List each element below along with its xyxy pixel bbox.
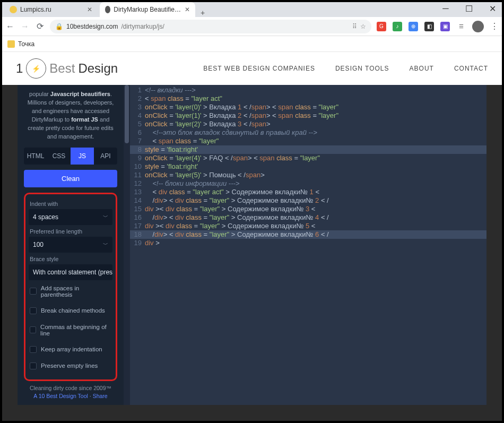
code-line[interactable]: 2< span class = "layer act" <box>130 94 486 103</box>
ext-icon[interactable]: ♪ <box>393 22 402 31</box>
code-line[interactable]: 3onClick = 'layer(0)' > Вкладка 1 < /spa… <box>130 103 486 111</box>
ext-icon[interactable]: ◧ <box>424 22 434 31</box>
editor-scrollbar[interactable] <box>124 85 130 405</box>
app-body: popular Javascript beautifiers. Millions… <box>18 85 486 405</box>
lock-icon: 🔒 <box>55 23 63 30</box>
close-icon[interactable]: ✕ <box>87 6 94 13</box>
tab-js[interactable]: JS <box>71 148 94 165</box>
scrollbar-thumb[interactable] <box>125 85 129 143</box>
length-select[interactable]: 100﹀ <box>29 237 112 253</box>
minimize-icon[interactable]: ─ <box>434 0 457 17</box>
tab-css[interactable]: CSS <box>47 148 71 165</box>
profile-avatar[interactable] <box>472 21 484 32</box>
line-number: 1 <box>130 86 145 94</box>
code-line[interactable]: 13 < div class = "layer act" > Содержимо… <box>130 188 486 196</box>
code-line[interactable]: 15div >< div class = "layer" > Содержимо… <box>130 205 486 213</box>
code-line[interactable]: 18 /div> < div class = "layer" > Содержи… <box>130 230 486 239</box>
code-line[interactable]: 9onClick = 'layer(4)' > FAQ < /span> < s… <box>130 154 486 162</box>
code-line[interactable]: 7 < span class = "layer" <box>130 137 486 145</box>
line-code: div > <box>145 239 160 247</box>
line-number: 9 <box>130 154 145 162</box>
logo-text-a: Best <box>49 61 75 76</box>
browser-tab-1[interactable]: DirtyMarkup Beautifier - Javascri ✕ <box>100 2 195 17</box>
option-checkbox-row[interactable]: Preserve empty lines <box>29 358 112 374</box>
bookmarks-bar: Точка <box>0 36 504 52</box>
close-window-icon[interactable]: ✕ <box>481 0 504 17</box>
option-checkbox-row[interactable]: Keep array indentation <box>29 341 112 358</box>
option-checkbox-row[interactable]: Break chained methods <box>29 303 112 319</box>
tab-api[interactable]: API <box>94 148 117 165</box>
options-panel: Indent with 4 spaces﹀ Preferred line len… <box>24 193 117 381</box>
line-number: 15 <box>130 205 145 213</box>
chevron-down-icon: ﹀ <box>103 241 108 248</box>
length-label: Preferred line length <box>30 228 112 235</box>
nav-link[interactable]: BEST WEB DESIGN COMPANIES <box>203 65 315 72</box>
close-icon[interactable]: ✕ <box>185 6 190 13</box>
ext-icon[interactable]: ⊕ <box>409 22 418 31</box>
nav-link[interactable]: DESIGN TOOLS <box>335 65 389 72</box>
line-number: 10 <box>130 162 145 171</box>
forward-icon[interactable]: → <box>20 22 30 31</box>
checkbox-icon[interactable] <box>30 362 37 369</box>
brace-select[interactable]: With control statement (preserv <box>29 264 112 280</box>
reload-icon[interactable]: ⟳ <box>35 21 45 31</box>
nav-link[interactable]: ABOUT <box>410 65 434 72</box>
site-logo[interactable]: 1 ⚡ BestDesign <box>16 58 118 79</box>
code-line[interactable]: 4onClick = 'layer(1)' > Вкладка 2 < /spa… <box>130 111 486 120</box>
line-number: 8 <box>130 145 145 154</box>
address-bar: ← → ⟳ 🔒 10bestdesign.com/dirtymarkup/js/… <box>0 17 504 36</box>
code-line[interactable]: 10style = 'float:right' <box>130 162 486 171</box>
clean-button[interactable]: Clean <box>24 170 117 187</box>
line-code: < div class = "layer act" > Содержимое в… <box>145 188 319 196</box>
checkbox-label: Break chained methods <box>41 307 105 314</box>
line-number: 16 <box>130 213 145 222</box>
nav-link[interactable]: CONTACT <box>454 65 488 72</box>
browser-tab-0[interactable]: Lumpics.ru ✕ <box>4 2 100 17</box>
line-number: 6 <box>130 128 145 137</box>
indent-label: Indent with <box>30 201 112 207</box>
line-number: 12 <box>130 179 145 188</box>
checkbox-label: Keep array indentation <box>41 346 102 352</box>
footer-link[interactable]: A 10 Best Design Tool <box>33 393 88 399</box>
format-tabs: HTML CSS JS API <box>24 148 117 165</box>
code-editor[interactable]: 1<!-- вкладки --->2< span class = "layer… <box>130 85 486 405</box>
translate-icon[interactable]: ⠿ <box>352 23 357 30</box>
checkbox-icon[interactable] <box>30 307 37 314</box>
code-line[interactable]: 12 <!-- блоки информации ---> <box>130 179 486 188</box>
checkbox-label: Preserve empty lines <box>41 362 98 369</box>
code-line[interactable]: 14 /div> < div class = "layer" > Содержи… <box>130 196 486 205</box>
code-line[interactable]: 11onClick = 'layer(5)' > Помощь < /span> <box>130 171 486 179</box>
url-input[interactable]: 🔒 10bestdesign.com/dirtymarkup/js/ ⠿ ☆ <box>50 20 371 33</box>
code-line[interactable]: 19div > <box>130 239 486 247</box>
option-checkbox-row[interactable]: Add spaces in parenthesis <box>29 280 112 303</box>
menu-icon[interactable]: ☰ <box>456 22 466 31</box>
code-line[interactable]: 17div >< div class = "layer" > Содержимо… <box>130 222 486 230</box>
ext-icon[interactable]: ▣ <box>440 22 450 31</box>
tab-html[interactable]: HTML <box>24 148 47 165</box>
site-header: 1 ⚡ BestDesign BEST WEB DESIGN COMPANIES… <box>0 52 504 85</box>
line-code: onClick = 'layer(5)' > Помощь < /span> <box>145 171 265 179</box>
code-line[interactable]: 1<!-- вкладки ---> <box>130 86 486 94</box>
code-line[interactable]: 16 /div> < div class = "layer" > Содержи… <box>130 213 486 222</box>
footer-link[interactable]: Share <box>93 393 108 399</box>
new-tab-button[interactable]: + <box>195 8 210 17</box>
checkbox-icon[interactable] <box>30 288 37 295</box>
line-code: onClick = 'layer(0)' > Вкладка 1 < /span… <box>145 103 338 111</box>
kebab-icon[interactable]: ⋮ <box>490 21 499 31</box>
checkbox-icon[interactable] <box>30 346 37 353</box>
line-code: style = 'float:right' <box>145 145 198 154</box>
code-line[interactable]: 8style = 'float:right' <box>130 145 486 154</box>
line-code: onClick = 'layer(1)' > Вкладка 2 < /span… <box>145 111 338 120</box>
checkbox-icon[interactable] <box>30 326 36 333</box>
line-number: 4 <box>130 111 145 120</box>
code-line[interactable]: 6 <!--это блок вкладок сдвинутый в правы… <box>130 128 486 137</box>
bookmark-item[interactable]: Точка <box>18 40 34 48</box>
code-line[interactable]: 5onClick = 'layer(2)' > Вкладка 3 < /spa… <box>130 120 486 128</box>
ext-icon[interactable]: G <box>377 22 386 31</box>
star-icon[interactable]: ☆ <box>360 23 366 30</box>
back-icon[interactable]: ← <box>5 22 15 31</box>
option-checkbox-row[interactable]: Commas at beginning of line <box>29 319 112 341</box>
indent-select[interactable]: 4 spaces﹀ <box>29 209 112 225</box>
tab-title: DirtyMarkup Beautifier - Javascri <box>114 6 181 13</box>
maximize-icon[interactable]: ☐ <box>457 0 481 17</box>
